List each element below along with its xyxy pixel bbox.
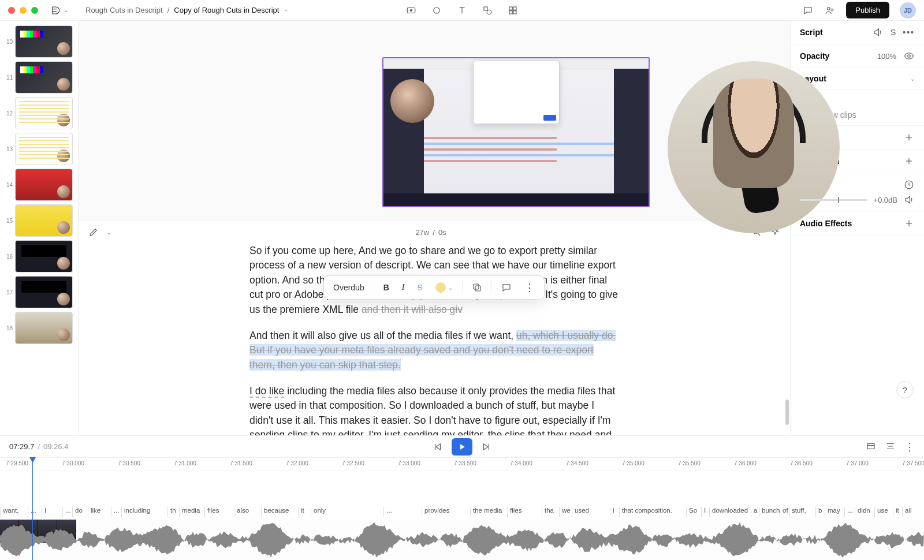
opacity-value[interactable]: 100% (877, 52, 896, 61)
scene-thumbnail[interactable]: 10 (2, 25, 76, 58)
timeline-word[interactable]: ... (111, 507, 120, 517)
chevron-down-icon[interactable]: ⌄ (284, 6, 288, 14)
shapes-icon[interactable] (482, 5, 493, 16)
script-paragraph[interactable]: And then it will also give us all of the… (249, 328, 619, 372)
timeline-word[interactable]: a (751, 507, 757, 517)
timeline-word[interactable]: like (88, 507, 100, 517)
clock-icon[interactable] (903, 179, 915, 191)
more-icon[interactable]: ⋮ (519, 276, 541, 299)
more-icon[interactable]: ⋮ (904, 440, 915, 453)
timeline-word[interactable]: i (610, 507, 614, 517)
skip-forward-icon[interactable] (480, 441, 492, 453)
scene-thumbnail[interactable]: 18 (2, 312, 76, 344)
timeline-word[interactable]: b (815, 507, 822, 517)
timeline-word[interactable]: that composition. (619, 507, 672, 517)
timeline-word[interactable]: do (72, 507, 83, 517)
timeline-word[interactable]: ... (844, 507, 853, 517)
timeline-word[interactable]: ... (383, 507, 392, 517)
timeline-word[interactable]: files (507, 507, 521, 517)
italic-button[interactable]: I (396, 276, 411, 299)
playhead[interactable] (32, 457, 33, 560)
timeline-word[interactable]: So (686, 507, 697, 517)
timeline-word[interactable]: use (874, 507, 888, 517)
timeline-word[interactable]: didn (855, 507, 870, 517)
video-preview[interactable] (382, 57, 650, 207)
timeline-word[interactable]: ... (62, 507, 71, 517)
timeline-word[interactable]: provides (422, 507, 449, 517)
overdub-button[interactable]: Overdub (327, 276, 370, 299)
chevron-down-icon[interactable]: ⌄ (106, 229, 111, 236)
timeline-word[interactable]: th (167, 507, 176, 517)
timeline-word[interactable]: because (261, 507, 289, 517)
timeline-word[interactable]: files (204, 507, 219, 517)
timeline-word[interactable]: all (902, 507, 912, 517)
timeline-word[interactable]: we (559, 507, 571, 517)
breadcrumb-doc[interactable]: Copy of Rough Cuts in Descript (174, 6, 279, 14)
timeline-word[interactable]: used (572, 507, 589, 517)
scrollbar-thumb[interactable] (785, 400, 789, 425)
scene-thumbnail[interactable]: 15 (2, 204, 76, 237)
camera-pip[interactable] (668, 61, 840, 233)
timeline-word[interactable]: also (234, 507, 249, 517)
volume-slider[interactable] (800, 199, 867, 201)
timeline-word[interactable]: downloaded (709, 507, 748, 517)
text-icon[interactable] (456, 5, 468, 16)
bold-button[interactable]: B (378, 276, 395, 299)
highlight-color-button[interactable]: ⌄ (430, 276, 459, 299)
timeline-word[interactable]: media (179, 507, 200, 517)
record-icon[interactable] (431, 5, 442, 16)
volume-icon[interactable] (872, 27, 884, 38)
timeline-word[interactable]: it (298, 507, 304, 517)
close-window[interactable] (8, 7, 15, 14)
scenes-panel[interactable]: 101112131415161718 (0, 21, 79, 435)
avatar[interactable]: JD (900, 2, 916, 18)
timeline-word[interactable]: bunch (759, 507, 780, 517)
timeline-word[interactable]: the media (470, 507, 502, 517)
eye-icon[interactable] (903, 50, 915, 62)
templates-icon[interactable] (507, 5, 519, 16)
timeline-word[interactable]: want, (0, 507, 19, 517)
maximize-window[interactable] (31, 7, 38, 14)
record-screen-icon[interactable] (405, 5, 417, 16)
timeline-word[interactable]: I (42, 507, 46, 517)
timeline-word[interactable]: may (825, 507, 840, 517)
timeline-word[interactable]: including (121, 507, 150, 517)
timeline-word[interactable]: tha (542, 507, 554, 517)
play-button[interactable] (452, 438, 472, 456)
timeline-word[interactable]: I (701, 507, 706, 517)
audio-effects-row[interactable]: Audio Effects (791, 212, 924, 236)
timeline-word[interactable]: it (893, 507, 899, 517)
publish-button[interactable]: Publish (846, 2, 889, 18)
volume-icon[interactable] (903, 194, 915, 206)
script-paragraph[interactable]: I do like including the media files also… (249, 384, 619, 435)
scene-thumbnail[interactable]: 12 (2, 97, 76, 129)
speaker-letter[interactable]: S (891, 28, 896, 37)
pen-icon[interactable] (88, 226, 99, 238)
app-menu[interactable]: ⌄ (50, 5, 68, 16)
timeline-word[interactable]: stuff, (789, 507, 806, 517)
word-track[interactable]: want,...I...dolike...includingthmediafil… (0, 471, 924, 520)
waveform-track[interactable] (0, 520, 924, 560)
copy-clip-icon[interactable] (466, 276, 488, 299)
scene-thumbnail[interactable]: 16 (2, 240, 76, 272)
strikethrough-button[interactable]: S (412, 276, 429, 299)
scene-thumbnail[interactable]: 17 (2, 276, 76, 308)
timeline-ruler[interactable]: 7:29.5007:30.0007:30.5007:31.0007:31.500… (0, 457, 924, 471)
breadcrumb-project[interactable]: Rough Cuts in Descript (85, 6, 163, 14)
timeline[interactable]: 7:29.5007:30.0007:30.5007:31.0007:31.500… (0, 457, 924, 560)
canvas[interactable] (79, 21, 790, 221)
timeline-word[interactable]: only (311, 507, 326, 517)
layout-toggle-icon[interactable] (865, 440, 877, 452)
scene-thumbnail[interactable]: 14 (2, 169, 76, 201)
comment-icon[interactable] (495, 276, 517, 299)
comments-icon[interactable] (802, 5, 814, 16)
script-editor[interactable]: So if you come up here, And we go to sha… (79, 244, 790, 435)
align-icon[interactable] (885, 440, 896, 452)
more-icon[interactable]: ••• (903, 28, 915, 37)
scene-thumbnail[interactable]: 11 (2, 61, 76, 94)
help-button[interactable]: ? (896, 381, 914, 398)
skip-back-icon[interactable] (432, 441, 444, 453)
minimize-window[interactable] (20, 7, 27, 14)
timeline-word[interactable]: of (780, 507, 788, 517)
share-icon[interactable] (824, 5, 836, 16)
